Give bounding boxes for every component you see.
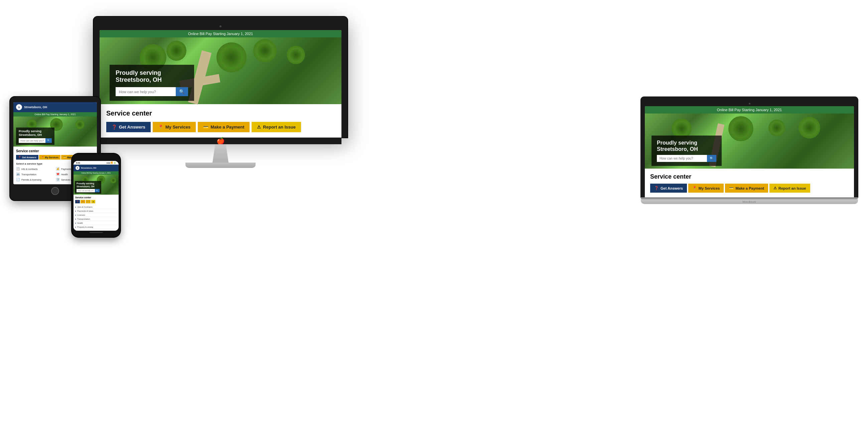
imac-camera (219, 25, 221, 27)
macbook-hero-overlay: Proudly serving Streetsboro, OH 🔍 (651, 135, 722, 166)
tablet-service-icon-4: ❤️ (56, 172, 60, 176)
phone-hero-search: 🔍 (76, 189, 99, 192)
tablet-service-icon-3: 🚌 (16, 172, 20, 176)
imac-sc-title: Service center (106, 109, 335, 117)
tablet-service-item[interactable]: 📄 Permits & licensing (16, 177, 55, 182)
phone-service-center: Service center ❓ 📍 💳 ⚠ ▸Jobs & Contracts… (73, 195, 119, 231)
imac-hero-overlay: Proudly serving Streetsboro, OH 🔍 (110, 65, 194, 101)
mb-tree-3 (769, 120, 785, 136)
tablet-hero-overlay: Proudly serving Streetsboro, OH 🔍 (16, 128, 55, 145)
imac-camera-bar (99, 23, 341, 30)
phone-list-icon: ▸ (75, 222, 76, 224)
tablet-sc-title: Service center (16, 149, 94, 153)
phone-screen: 9:41 ●●● 📶 🔋 S Streetsboro, OH Online Bi… (73, 161, 119, 231)
phone-notch (88, 157, 104, 160)
phone-home-indicator[interactable] (90, 232, 103, 233)
macbook-hero-title: Proudly serving Streetsboro, OH (657, 139, 716, 152)
tablet-hero: Proudly serving Streetsboro, OH 🔍 (13, 117, 97, 147)
macbook-banner: Online Bill Pay Starting January 1, 2021 (645, 106, 854, 113)
imac-stand (207, 144, 234, 163)
phone-search-input[interactable] (76, 189, 95, 192)
macbook-sc-title: Service center (650, 173, 848, 180)
macbook-tab-payment[interactable]: 💳 Make a Payment (725, 184, 768, 193)
imac-tab-services[interactable]: 📍 My Services (153, 122, 196, 132)
phone-list-item[interactable]: ▸Licenses (75, 213, 117, 217)
macbook-hero-search: 🔍 (657, 155, 716, 162)
phone-list: ▸Jobs & Contracts ▸Payments & taxes ▸Lic… (75, 205, 117, 229)
phone-list-item[interactable]: ▸Property & zoning (75, 225, 117, 229)
scene: Online Bill Pay Starting January 1, 2021 (0, 0, 868, 422)
phone-banner: Online Bill Pay Starting January 1, 2021 (73, 171, 119, 174)
tab-tree-3 (75, 120, 85, 129)
phone-sc-title: Service center (75, 196, 117, 199)
phone-tab-services[interactable]: 📍 (81, 200, 85, 203)
tablet-service-icon-1: 📋 (16, 167, 20, 171)
phone-status-icons: ●●● 📶 🔋 (106, 162, 116, 164)
tablet-nav: S Streetsboro, OH (13, 102, 97, 112)
tablet-service-icon-5: 📄 (16, 177, 20, 182)
imac-tabs: ❓ Get Answers 📍 My Services 💳 Make a Pay… (106, 122, 335, 132)
tablet-banner: Online Bill Pay Starting January 1, 2021 (13, 112, 97, 117)
phone-nav-text: Streetsboro, OH (81, 167, 96, 169)
imac-service-center: Service center ❓ Get Answers 📍 My Servic… (99, 104, 341, 137)
imac-search-button[interactable]: 🔍 (176, 87, 188, 96)
macbook-screen-outer: Online Bill Pay Starting January 1, 2021… (641, 97, 858, 197)
tablet-tab-services[interactable]: 📍 My Services (39, 155, 60, 160)
macbook-tab-services[interactable]: 📍 My Services (688, 184, 724, 193)
phone-list-icon: ▸ (75, 218, 76, 220)
phone-tab-payment[interactable]: 💳 (86, 200, 91, 203)
macbook-service-center: Service center ❓ Get Answers 📍 My Servic… (645, 169, 854, 197)
imac-tab-issue[interactable]: ⚠ Report an Issue (252, 122, 301, 132)
imac-banner: Online Bill Pay Starting January 1, 2021 (99, 30, 341, 37)
imac-apple-bar: 🍎 (99, 137, 341, 144)
macbook-hero: Proudly serving Streetsboro, OH 🔍 (645, 113, 854, 169)
tablet-search-button[interactable]: 🔍 (45, 138, 52, 143)
phone-tab-answers[interactable]: ❓ (75, 200, 80, 203)
macbook-tabs: ❓ Get Answers 📍 My Services 💳 Make a Pay… (650, 184, 848, 193)
phone-list-icon: ▸ (75, 210, 76, 212)
macbook-label: MacBook (743, 200, 756, 203)
macbook-tab-answers[interactable]: ❓ Get Answers (650, 184, 687, 193)
tablet-logo: S (16, 104, 22, 110)
ph-tree-3 (110, 177, 116, 183)
phone-time: 9:41 (76, 162, 80, 164)
macbook-camera (749, 103, 750, 104)
imac-hero: Proudly serving Streetsboro, OH 🔍 (99, 37, 341, 104)
phone-list-item[interactable]: ▸Transportation (75, 217, 117, 221)
imac-search-input[interactable] (116, 87, 176, 96)
phone-search-button[interactable]: 🔍 (95, 189, 99, 192)
imac-screen: Online Bill Pay Starting January 1, 2021 (99, 30, 341, 137)
macbook-search-button[interactable]: 🔍 (707, 155, 716, 162)
macbook-tab-issue[interactable]: ⚠ Report an Issue (769, 184, 810, 193)
tablet-service-item[interactable]: 📋 Info & contracts (16, 167, 55, 171)
tablet-tab-answers[interactable]: ❓ Get Answers (16, 155, 38, 160)
phone-tab-issue[interactable]: ⚠ (91, 200, 95, 203)
phone-list-icon: ▸ (75, 226, 76, 228)
phone-list-icon: ▸ (75, 206, 76, 208)
tablet-home-button[interactable] (51, 187, 59, 195)
phone-hero: Proudly serving Streetsboro, OH 🔍 (73, 174, 119, 195)
imac-tab-answers[interactable]: ❓ Get Answers (106, 122, 151, 132)
tablet-service-icon-2: 💰 (56, 167, 60, 171)
tablet-hero-title: Proudly serving Streetsboro, OH (19, 130, 52, 137)
imac-hero-search: 🔍 (116, 87, 188, 96)
phone-tabs: ❓ 📍 💳 ⚠ (75, 200, 117, 203)
macbook-camera-bar (645, 101, 854, 106)
tree-5 (287, 46, 305, 64)
tablet-nav-text: Streetsboro, OH (24, 105, 47, 109)
phone-list-item[interactable]: ▸Payments & taxes (75, 209, 117, 213)
phone-list-icon: ▸ (75, 214, 76, 216)
tree-4 (253, 39, 277, 62)
imac-tab-payment[interactable]: 💳 Make a Payment (198, 122, 250, 132)
phone-hero-title: Proudly serving Streetsboro, OH (76, 182, 99, 188)
macbook-search-input[interactable] (657, 155, 707, 162)
tablet-search-input[interactable] (19, 138, 45, 143)
phone-logo: S (75, 166, 80, 170)
phone-nav: S Streetsboro, OH (73, 165, 119, 171)
imac-hero-title: Proudly serving Streetsboro, OH (116, 69, 188, 84)
phone-list-item[interactable]: ▸Jobs & Contracts (75, 205, 117, 209)
phone-list-item[interactable]: ▸Health (75, 221, 117, 225)
mb-tree-2 (728, 116, 753, 141)
macbook-base: MacBook (641, 199, 858, 204)
tablet-service-item[interactable]: 🚌 Transportation (16, 172, 55, 176)
